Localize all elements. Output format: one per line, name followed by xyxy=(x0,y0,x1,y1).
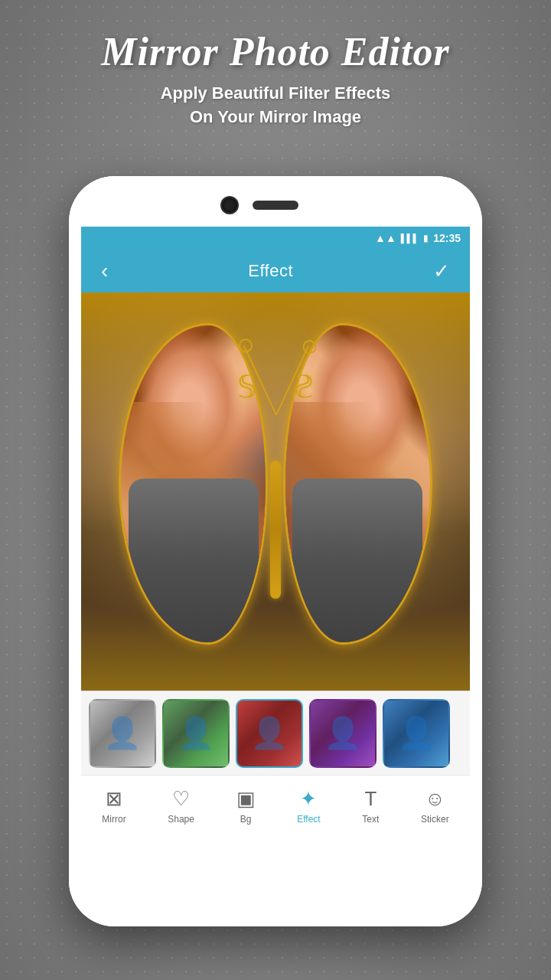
filter-preview-4 xyxy=(311,701,375,766)
effect-label: Effect xyxy=(297,814,320,825)
filter-thumb-3[interactable] xyxy=(236,699,303,768)
butterfly-body: 𝕊 𝕊 xyxy=(260,461,291,645)
filter-thumb-5[interactable] xyxy=(383,699,450,768)
phone-speaker xyxy=(253,201,298,210)
nav-shape[interactable]: ♡ Shape xyxy=(160,782,202,829)
body-center xyxy=(270,461,281,599)
status-time: 12:35 xyxy=(433,232,461,244)
bg-icon: ▣ xyxy=(236,787,256,811)
filter-preview-2 xyxy=(164,701,228,766)
effect-icon: ✦ xyxy=(300,787,317,811)
nav-sticker[interactable]: ☺ Sticker xyxy=(413,782,457,829)
screen-title: Effect xyxy=(248,261,293,281)
sticker-icon: ☺ xyxy=(425,787,445,811)
mirror-label: Mirror xyxy=(102,814,126,825)
back-button[interactable]: ‹ xyxy=(95,256,114,286)
phone-frame: ▲▲ ▌▌▌ ▮ 12:35 ‹ Effect ✓ xyxy=(69,176,482,926)
swirl-right-icon: 𝕊 xyxy=(295,369,314,404)
app-header: Mirror Photo Editor Apply Beautiful Filt… xyxy=(0,29,551,129)
bg-label: Bg xyxy=(240,814,252,825)
nav-effect[interactable]: ✦ Effect xyxy=(289,782,328,829)
filter-thumb-4[interactable] xyxy=(309,699,377,768)
status-bar: ▲▲ ▌▌▌ ▮ 12:35 xyxy=(81,227,470,250)
front-camera xyxy=(222,198,237,213)
filter-preview-1 xyxy=(90,701,155,766)
swirl-left-icon: 𝕊 xyxy=(237,369,256,404)
shape-label: Shape xyxy=(168,814,194,825)
text-icon: T xyxy=(364,787,377,811)
hair-overlay-left xyxy=(121,402,266,555)
nav-mirror[interactable]: ⊠ Mirror xyxy=(94,782,133,829)
butterfly-frame: 𝕊 𝕊 xyxy=(111,323,440,660)
filter-preview-3 xyxy=(237,701,302,766)
text-label: Text xyxy=(362,814,379,825)
thumbnail-strip xyxy=(81,691,470,775)
signal-icon: ▌▌▌ xyxy=(401,234,419,243)
top-bar: ‹ Effect ✓ xyxy=(81,250,470,292)
battery-icon: ▮ xyxy=(423,233,429,243)
filter-thumb-2[interactable] xyxy=(162,699,230,768)
shape-icon: ♡ xyxy=(172,787,190,811)
confirm-button[interactable]: ✓ xyxy=(427,256,456,286)
phone-screen: ▲▲ ▌▌▌ ▮ 12:35 ‹ Effect ✓ xyxy=(69,176,482,926)
app-title: Mirror Photo Editor xyxy=(0,29,551,74)
bottom-nav: ⊠ Mirror ♡ Shape ▣ Bg ✦ Effect T Text xyxy=(81,775,470,836)
nav-text[interactable]: T Text xyxy=(354,782,386,829)
nav-bg[interactable]: ▣ Bg xyxy=(229,782,263,829)
wifi-icon: ▲▲ xyxy=(375,232,396,244)
mirror-icon: ⊠ xyxy=(106,787,122,811)
screen-content: ▲▲ ▌▌▌ ▮ 12:35 ‹ Effect ✓ xyxy=(81,227,470,914)
app-subtitle: Apply Beautiful Filter Effects On Your M… xyxy=(0,82,551,129)
filter-thumb-1[interactable] xyxy=(89,699,156,768)
hair-overlay-right xyxy=(285,402,430,555)
sticker-label: Sticker xyxy=(421,814,449,825)
main-image-area: 𝕊 𝕊 xyxy=(81,292,470,691)
filter-preview-5 xyxy=(384,701,448,766)
